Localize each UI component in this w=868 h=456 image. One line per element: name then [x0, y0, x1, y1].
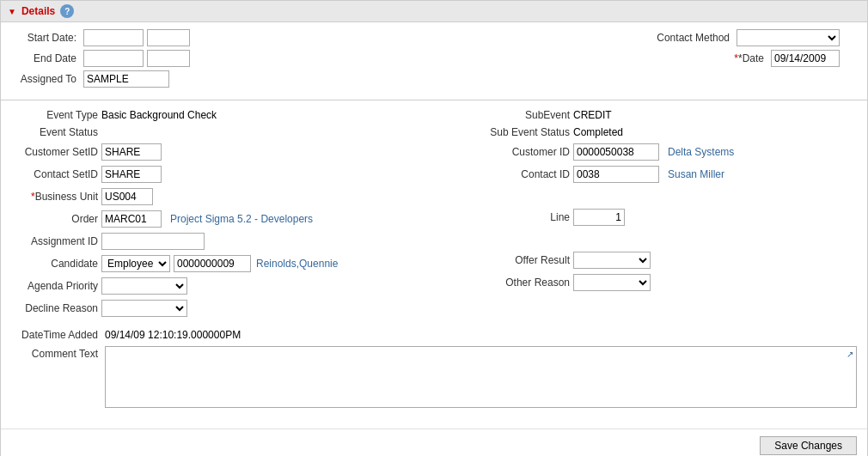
business-unit-label: *Business Unit: [11, 191, 101, 203]
offer-result-select[interactable]: [573, 252, 651, 269]
candidate-label: Candidate: [11, 258, 101, 270]
assigned-to-input[interactable]: [83, 70, 169, 88]
expand-icon[interactable]: ↗: [847, 350, 853, 359]
contact-id-input[interactable]: [573, 166, 659, 183]
assignment-id-row: Assignment ID: [11, 233, 432, 250]
sub-event-status-value: Completed: [573, 126, 623, 138]
help-icon[interactable]: ?: [60, 4, 74, 18]
datetime-row: DateTime Added 09/14/09 12:10:19.000000P…: [1, 325, 867, 344]
left-column: Event Type Basic Background Check Event …: [11, 109, 432, 322]
end-date-input1[interactable]: [83, 50, 144, 67]
event-type-row: Event Type Basic Background Check: [11, 109, 432, 121]
agenda-priority-select[interactable]: [101, 277, 187, 295]
decline-reason-label: Decline Reason: [11, 302, 101, 314]
customer-setid-label: Customer SetID: [11, 146, 101, 158]
date-input[interactable]: [771, 50, 840, 67]
susan-miller-link[interactable]: Susan Miller: [668, 168, 724, 180]
order-label: Order: [11, 213, 101, 225]
other-reason-label: Other Reason: [462, 277, 573, 289]
event-type-label: Event Type: [11, 109, 101, 121]
subevent-label: SubEvent: [462, 109, 573, 121]
order-input[interactable]: [101, 210, 162, 228]
comment-text-label: Comment Text: [11, 348, 101, 360]
order-row: Order Project Sigma 5.2 - Developers: [11, 210, 432, 228]
contact-method-select[interactable]: [737, 29, 840, 46]
end-date-label: End Date: [11, 52, 80, 64]
section-title: Details: [21, 5, 55, 17]
candidate-name-link[interactable]: Reinolds,Quennie: [256, 258, 338, 270]
customer-setid-input[interactable]: [101, 143, 162, 161]
datetime-added-label: DateTime Added: [11, 329, 101, 341]
line-input[interactable]: [573, 209, 625, 226]
page-wrapper: ▼ Details ? Start Date: Contact Method E…: [0, 0, 868, 456]
agenda-priority-label: Agenda Priority: [11, 280, 101, 292]
comment-text-input[interactable]: [105, 346, 857, 408]
toggle-icon[interactable]: ▼: [8, 7, 16, 16]
other-reason-row: Other Reason: [462, 274, 857, 291]
delta-systems-link[interactable]: Delta Systems: [668, 146, 734, 158]
assigned-to-label: Assigned To: [11, 73, 80, 85]
date-label: **Date: [734, 52, 767, 64]
footer-bar: Save Changes: [1, 429, 867, 456]
other-reason-select[interactable]: [573, 274, 651, 291]
decline-reason-row: Decline Reason: [11, 300, 432, 317]
comment-container: ↗: [105, 346, 857, 410]
contact-id-label: Contact ID: [462, 168, 573, 180]
candidate-id-input[interactable]: [174, 255, 251, 272]
contact-setid-row: Contact SetID: [11, 166, 432, 183]
agenda-priority-row: Agenda Priority: [11, 277, 432, 295]
top-fields: Start Date: Contact Method End Date **Da…: [1, 22, 867, 94]
business-unit-row: *Business Unit: [11, 188, 432, 205]
customer-id-row: Customer ID Delta Systems: [462, 143, 857, 161]
contact-setid-label: Contact SetID: [11, 168, 101, 180]
assignment-id-input[interactable]: [101, 233, 205, 250]
contact-setid-input[interactable]: [101, 166, 162, 183]
section-header: ▼ Details ?: [1, 1, 867, 22]
event-type-value: Basic Background Check: [101, 109, 217, 121]
decline-reason-select[interactable]: [101, 300, 187, 317]
datetime-added-value: 09/14/09 12:10:19.000000PM: [105, 329, 241, 341]
offer-result-label: Offer Result: [462, 254, 573, 266]
contact-id-row: Contact ID Susan Miller: [462, 166, 857, 183]
subevent-row: SubEvent CREDIT: [462, 109, 857, 121]
customer-setid-row: Customer SetID: [11, 143, 432, 161]
offer-result-row: Offer Result: [462, 252, 857, 269]
sub-event-status-label: Sub Event Status: [462, 126, 573, 138]
candidate-type-select[interactable]: Employee: [101, 255, 170, 272]
start-date-input1[interactable]: [83, 29, 144, 46]
subevent-value: CREDIT: [573, 109, 612, 121]
line-label: Line: [462, 211, 573, 223]
line-row: Line: [462, 209, 857, 226]
event-status-label: Event Status: [11, 126, 101, 138]
business-unit-input[interactable]: [101, 188, 153, 205]
start-date-input2[interactable]: [147, 29, 190, 46]
order-link[interactable]: Project Sigma 5.2 - Developers: [170, 213, 313, 225]
assignment-id-label: Assignment ID: [11, 235, 101, 247]
start-date-label: Start Date:: [11, 32, 80, 44]
candidate-row: Candidate Employee Reinolds,Quennie: [11, 255, 432, 272]
save-changes-button[interactable]: Save Changes: [760, 436, 857, 455]
event-status-row: Event Status: [11, 126, 432, 138]
right-column: SubEvent CREDIT Sub Event Status Complet…: [436, 109, 857, 322]
customer-id-label: Customer ID: [462, 146, 573, 158]
sub-event-status-row: Sub Event Status Completed: [462, 126, 857, 138]
contact-method-label: Contact Method: [657, 32, 733, 44]
end-date-input2[interactable]: [147, 50, 190, 67]
customer-id-input[interactable]: [573, 143, 659, 161]
